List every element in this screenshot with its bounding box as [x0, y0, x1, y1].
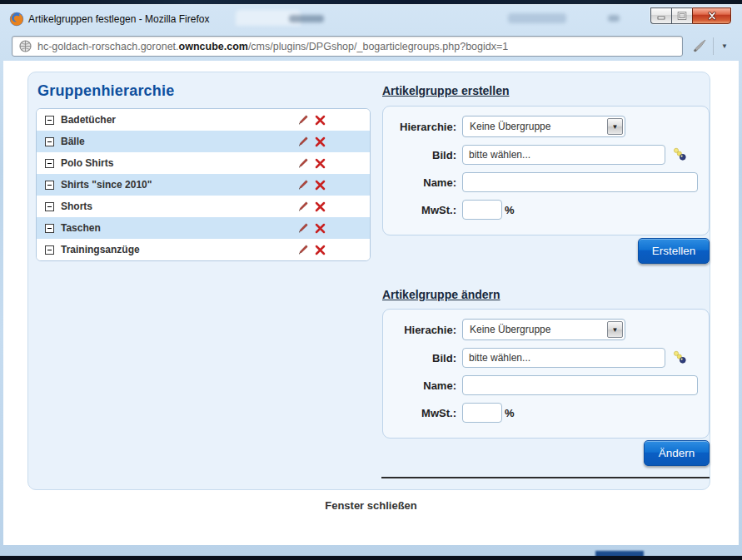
group-row: Trainingsanzüge [37, 239, 370, 260]
form-row-image: Bild: [394, 145, 698, 165]
edit-form: Hierachie: Keine Übergruppe ▼ Bild: [382, 309, 710, 439]
form-row-image: Bild: [394, 348, 698, 368]
close-window-link[interactable]: Fenster schließen [3, 499, 739, 512]
group-row: Shorts [37, 196, 370, 217]
group-name: Polo Shirts [61, 157, 113, 169]
background-window-ghost [289, 15, 324, 22]
delete-icon[interactable] [314, 157, 326, 170]
collapse-icon[interactable] [45, 137, 54, 146]
collapse-icon[interactable] [45, 245, 54, 255]
edit-icon[interactable] [296, 179, 309, 191]
firefox-icon [9, 12, 24, 27]
group-name: Bälle [61, 136, 85, 147]
edit-icon[interactable] [296, 114, 309, 126]
edit-image-input[interactable] [462, 348, 665, 368]
close-button[interactable] [692, 7, 731, 24]
delete-icon[interactable] [314, 244, 326, 256]
form-row-vat: MwSt.: % [394, 403, 698, 423]
delete-icon[interactable] [314, 222, 326, 235]
row-actions [296, 201, 361, 213]
create-name-input[interactable] [462, 172, 698, 192]
form-row-name: Name: [394, 375, 698, 395]
chevron-down-icon[interactable]: ▼ [607, 321, 623, 338]
group-row: Bälle [37, 131, 370, 152]
group-name: Badetücher [61, 114, 116, 126]
urlbar-separator [713, 37, 714, 55]
group-name: Trainingsanzüge [61, 244, 140, 255]
delete-icon[interactable] [314, 136, 326, 148]
row-actions [296, 244, 361, 256]
vat-label: MwSt.: [394, 204, 462, 216]
vat-label: MwSt.: [394, 407, 462, 419]
edit-vat-input[interactable] [462, 403, 502, 423]
maximize-button[interactable] [671, 7, 692, 24]
group-name: Shorts [61, 201, 92, 212]
edit-icon[interactable] [296, 222, 309, 235]
percent-sign: % [505, 407, 515, 419]
chevron-down-icon[interactable]: ▼ [607, 118, 623, 135]
url-prefix: hc-goldach-rorschach.goronet. [37, 41, 179, 52]
minimize-button[interactable] [650, 7, 671, 24]
window-controls [650, 7, 731, 24]
create-form: Hierarchie: Keine Übergruppe ▼ Bild: [382, 106, 710, 235]
create-form-title: Artikelgruppe erstellen [382, 84, 510, 97]
edit-icon[interactable] [296, 136, 309, 148]
main-panel: Gruppenhierarchie Badetücher Bälle [27, 72, 710, 490]
page-content: Gruppenhierarchie Badetücher Bälle [3, 61, 739, 545]
name-label: Name: [394, 176, 462, 189]
row-actions [296, 179, 361, 191]
screen: Artikelgruppen festlegen - Mozilla Firef… [0, 0, 742, 560]
row-actions [296, 136, 361, 148]
window-title: Artikelgruppen festlegen - Mozilla Firef… [28, 13, 209, 25]
group-row: Polo Shirts [37, 152, 370, 174]
url-path: /cms/plugins/DPGshop/_bogarticlegroups.p… [248, 41, 508, 52]
collapse-icon[interactable] [45, 159, 54, 168]
desktop-bottom-edge [0, 556, 742, 560]
hierarchy-title: Gruppenhierarchie [37, 82, 174, 100]
edit-icon[interactable] [296, 157, 309, 170]
edit-name-input[interactable] [462, 375, 698, 395]
image-label: Bild: [394, 352, 462, 364]
edit-icon[interactable] [296, 244, 309, 256]
group-row: Taschen [37, 217, 370, 239]
image-label: Bild: [394, 149, 462, 161]
row-actions [296, 114, 361, 126]
form-row-hierarchy: Hierarchie: Keine Übergruppe ▼ [394, 116, 698, 137]
background-window-ghost [508, 13, 566, 23]
create-vat-input[interactable] [462, 200, 502, 220]
group-row: Badetücher [37, 109, 370, 131]
create-hierarchy-select[interactable]: Keine Übergruppe ▼ [462, 116, 625, 137]
collapse-icon[interactable] [45, 224, 54, 233]
hierarchy-label: Hierarchie: [394, 121, 462, 133]
site-globe-icon [19, 40, 32, 52]
collapse-icon[interactable] [45, 181, 54, 190]
url-text: hc-goldach-rorschach.goronet.owncube.com… [37, 41, 508, 52]
row-actions [296, 222, 361, 235]
url-bar[interactable]: hc-goldach-rorschach.goronet.owncube.com… [12, 36, 683, 57]
create-submit-button[interactable]: Erstellen [638, 238, 710, 264]
image-picker-flashlight-icon[interactable] [671, 146, 688, 163]
group-row: Shirts "since 2010" [37, 174, 370, 196]
selected-option: Keine Übergruppe [463, 121, 607, 132]
url-domain: owncube.com [179, 41, 248, 52]
bookmark-brush-icon[interactable] [691, 38, 708, 53]
edit-icon[interactable] [296, 201, 309, 213]
divider [381, 477, 710, 478]
group-name: Shirts "since 2010" [61, 179, 152, 191]
percent-sign: % [505, 204, 515, 216]
background-window-ghost [608, 15, 620, 22]
form-row-hierarchy: Hierachie: Keine Übergruppe ▼ [394, 319, 698, 340]
delete-icon[interactable] [314, 179, 326, 191]
group-name: Taschen [61, 222, 101, 234]
delete-icon[interactable] [314, 114, 326, 126]
maximize-icon [677, 11, 687, 21]
collapse-icon[interactable] [45, 202, 54, 211]
create-image-input[interactable] [462, 145, 665, 165]
group-hierarchy-list: Badetücher Bälle Polo Shir [36, 108, 371, 261]
edit-hierarchy-select[interactable]: Keine Übergruppe ▼ [462, 319, 625, 340]
image-picker-flashlight-icon[interactable] [671, 349, 688, 366]
edit-submit-button[interactable]: Ändern [644, 440, 710, 466]
collapse-icon[interactable] [45, 116, 54, 125]
url-history-dropdown[interactable]: ▼ [717, 38, 732, 53]
delete-icon[interactable] [314, 201, 326, 213]
